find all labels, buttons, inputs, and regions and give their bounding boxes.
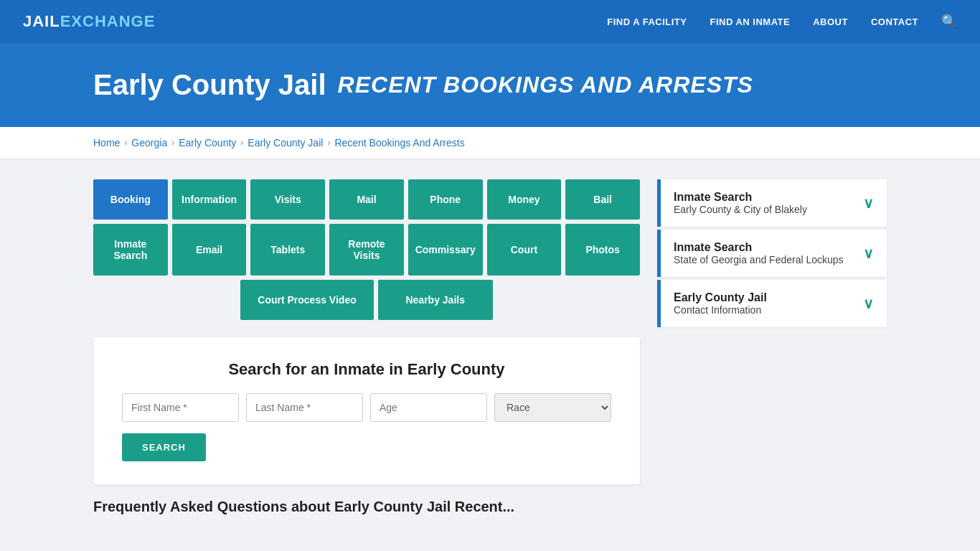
chevron-icon-2: ∨ [863, 245, 874, 262]
sidebar-card-title-top-2: Inmate Search [674, 241, 844, 254]
sidebar-card-title-bottom-3: Contact Information [674, 304, 767, 316]
sidebar-card-contact-info: Early County Jail Contact Information ∨ [657, 280, 887, 327]
sidebar-card-inmate-search-early: Inmate Search Early County & City of Bla… [657, 179, 887, 227]
search-panel: Search for an Inmate in Early County Rac… [93, 337, 640, 484]
sidebar-card-title-bottom-2: State of Georgia and Federal Lockups [674, 254, 844, 265]
main-content: Booking Information Visits Mail Phone Mo… [0, 159, 980, 538]
btn-phone[interactable]: Phone [408, 179, 483, 220]
faq-section: Frequently Asked Questions about Early C… [93, 499, 640, 515]
btn-money[interactable]: Money [487, 179, 562, 220]
sidebar-card-header-1[interactable]: Inmate Search Early County & City of Bla… [657, 179, 887, 227]
nav-button-row2: Inmate Search Email Tablets Remote Visit… [93, 224, 640, 276]
sidebar-card-header-3[interactable]: Early County Jail Contact Information ∨ [657, 280, 887, 327]
btn-remote-visits[interactable]: Remote Visits [329, 224, 404, 276]
btn-visits[interactable]: Visits [250, 179, 325, 220]
search-icon[interactable]: 🔍 [941, 14, 957, 29]
sidebar-card-inmate-search-georgia: Inmate Search State of Georgia and Feder… [657, 230, 887, 277]
logo-jail: JAIL [23, 12, 60, 31]
breadcrumb-current: Recent Bookings And Arrests [334, 137, 464, 149]
chevron-icon-1: ∨ [863, 194, 874, 212]
nav-find-facility[interactable]: FIND A FACILITY [607, 17, 687, 27]
breadcrumb-early-county-jail[interactable]: Early County Jail [248, 137, 323, 149]
sidebar-card-titles-3: Early County Jail Contact Information [674, 291, 767, 316]
sidebar-card-titles-2: Inmate Search State of Georgia and Feder… [674, 241, 844, 265]
sidebar-card-title-top-1: Inmate Search [674, 191, 807, 204]
navbar-links: FIND A FACILITY FIND AN INMATE ABOUT CON… [607, 14, 957, 29]
breadcrumb-sep-1: › [124, 138, 127, 148]
btn-court-process-video[interactable]: Court Process Video [240, 280, 373, 320]
chevron-icon-3: ∨ [863, 295, 874, 312]
age-input[interactable] [370, 393, 487, 422]
btn-photos[interactable]: Photos [565, 224, 640, 276]
hero-section: Early County Jail Recent Bookings and Ar… [0, 43, 980, 127]
nav-contact[interactable]: CONTACT [871, 17, 918, 27]
btn-bail[interactable]: Bail [565, 179, 640, 220]
race-select[interactable]: Race White Black Hispanic Asian Other [494, 393, 611, 422]
btn-mail[interactable]: Mail [329, 179, 404, 220]
nav-find-inmate[interactable]: FIND AN INMATE [710, 17, 790, 27]
logo-exchange: EXCHANGE [60, 12, 156, 31]
navbar: JAILEXCHANGE FIND A FACILITY FIND AN INM… [0, 0, 980, 43]
breadcrumb-home[interactable]: Home [93, 137, 120, 149]
breadcrumb-early-county[interactable]: Early County [179, 137, 236, 149]
search-title: Search for an Inmate in Early County [122, 360, 611, 379]
btn-tablets[interactable]: Tablets [250, 224, 325, 276]
sidebar-card-title-top-3: Early County Jail [674, 291, 767, 304]
search-fields: Race White Black Hispanic Asian Other [122, 393, 611, 422]
site-logo[interactable]: JAILEXCHANGE [23, 12, 155, 31]
faq-title: Frequently Asked Questions about Early C… [93, 499, 640, 515]
search-button[interactable]: SEARCH [122, 433, 206, 461]
sidebar-card-header-2[interactable]: Inmate Search State of Georgia and Feder… [657, 230, 887, 277]
hero-main-title: Early County Jail [93, 69, 326, 101]
hero-subtitle: Recent Bookings and Arrests [338, 72, 753, 98]
btn-commissary[interactable]: Commissary [408, 224, 483, 276]
btn-information[interactable]: Information [172, 179, 247, 220]
last-name-input[interactable] [246, 393, 363, 422]
right-sidebar: Inmate Search Early County & City of Bla… [657, 179, 887, 330]
btn-court[interactable]: Court [487, 224, 562, 276]
left-panel: Booking Information Visits Mail Phone Mo… [93, 179, 640, 518]
breadcrumb-sep-2: › [171, 138, 174, 148]
sidebar-card-title-bottom-1: Early County & City of Blakely [674, 204, 807, 215]
btn-nearby-jails[interactable]: Nearby Jails [378, 280, 493, 320]
nav-button-row1: Booking Information Visits Mail Phone Mo… [93, 179, 640, 220]
page-title: Early County Jail Recent Bookings and Ar… [93, 69, 957, 101]
btn-email[interactable]: Email [172, 224, 247, 276]
btn-inmate-search[interactable]: Inmate Search [93, 224, 168, 276]
nav-button-row3: Court Process Video Nearby Jails [93, 280, 640, 320]
breadcrumb-sep-4: › [327, 138, 330, 148]
breadcrumb-georgia[interactable]: Georgia [131, 137, 167, 149]
breadcrumb-sep-3: › [240, 138, 243, 148]
nav-about[interactable]: ABOUT [813, 17, 848, 27]
sidebar-card-titles-1: Inmate Search Early County & City of Bla… [674, 191, 807, 215]
breadcrumb: Home › Georgia › Early County › Early Co… [0, 127, 980, 159]
first-name-input[interactable] [122, 393, 239, 422]
btn-booking[interactable]: Booking [93, 179, 168, 220]
